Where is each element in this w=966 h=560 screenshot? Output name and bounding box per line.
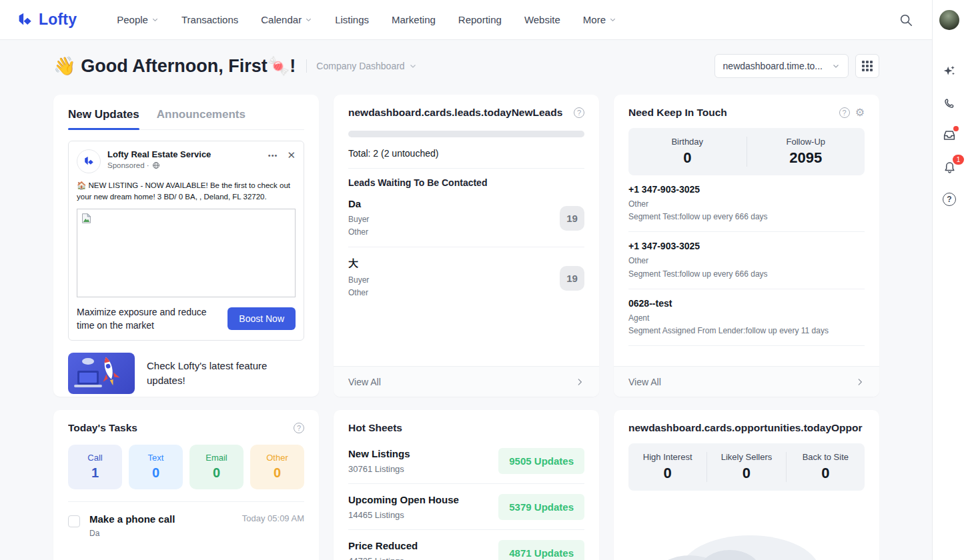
nav-item-reporting[interactable]: Reporting	[458, 14, 502, 25]
search-button[interactable]	[899, 13, 913, 27]
contact-type: Other	[628, 255, 865, 267]
stat-high-interest[interactable]: High Interest 0	[628, 452, 706, 482]
lofty-logo-icon	[16, 11, 33, 29]
chevron-down-icon	[609, 16, 616, 23]
feature-rocket-image	[68, 353, 135, 394]
task-checkbox[interactable]	[68, 515, 80, 527]
updates-pill[interactable]: 4871 Updates	[498, 540, 584, 560]
advertiser-name: Lofty Real Estate Service	[107, 149, 211, 159]
chevron-down-icon	[832, 62, 840, 70]
tile-call[interactable]: Call 1	[68, 445, 122, 489]
tab-new-updates[interactable]: New Updates	[68, 108, 139, 129]
stat-follow-up[interactable]: Follow-Up 2095	[747, 137, 865, 167]
opportunities-stats: High Interest 0 Likely Sellers 0 Back to…	[628, 443, 865, 491]
time-range-selector[interactable]: newdashboard.time.to...	[714, 54, 849, 78]
updates-pill[interactable]: 9505 Updates	[498, 448, 584, 474]
greeting-title: 👋 Good Afternoon, First🍬!	[53, 55, 296, 77]
time-range-value: newdashboard.time.to...	[723, 61, 823, 71]
updates-pill[interactable]: 5379 Updates	[498, 494, 584, 520]
inbox-unread-dot	[953, 126, 959, 131]
sponsored-label: Sponsored ·	[107, 161, 149, 169]
help-button[interactable]: ?	[941, 191, 957, 207]
stat-value: 2095	[747, 149, 865, 167]
boost-now-button[interactable]: Boost Now	[227, 307, 296, 330]
ai-assistant-button[interactable]	[941, 63, 957, 79]
lead-count-badge: 19	[560, 206, 584, 231]
notifications-button[interactable]: 1	[941, 159, 957, 175]
contact-row[interactable]: 0628--test Agent Segment Assigned From L…	[628, 289, 865, 345]
lead-row[interactable]: 大 Buyer Other 19	[348, 247, 584, 307]
nav-label: Reporting	[458, 14, 502, 25]
stat-likely-sellers[interactable]: Likely Sellers 0	[706, 452, 785, 482]
nav-items: People Transactions Calendar Listings Ma…	[117, 14, 899, 25]
globe-icon	[152, 161, 160, 169]
dashboard-page: Lofty People Transactions Calendar Listi…	[0, 0, 966, 560]
card-layout-button[interactable]	[855, 54, 879, 78]
tile-other[interactable]: Other 0	[250, 445, 304, 489]
tile-email[interactable]: Email 0	[189, 445, 244, 489]
tasks-help-button[interactable]: ?	[294, 423, 304, 433]
nav-item-transactions[interactable]: Transactions	[181, 14, 238, 25]
leads-view-all[interactable]: View All	[334, 366, 599, 397]
leads-progress-bar	[348, 131, 584, 137]
task-contact: Da	[89, 529, 175, 538]
tile-label: Call	[68, 453, 122, 463]
task-time: Today 05:09 AM	[242, 513, 304, 523]
task-title[interactable]: Make a phone call	[89, 513, 175, 525]
kit-help-button[interactable]: ?	[839, 107, 850, 118]
nav-item-listings[interactable]: Listings	[335, 14, 369, 25]
nav-item-website[interactable]: Website	[524, 14, 560, 25]
nav-item-more[interactable]: More	[583, 14, 616, 25]
chevron-down-icon	[305, 16, 312, 23]
hot-sheet-count: 44725 Listings	[348, 556, 418, 560]
nav-item-people[interactable]: People	[117, 14, 159, 25]
divider	[348, 168, 584, 169]
lofty-logo[interactable]: Lofty	[16, 11, 77, 29]
dashboard-selector-label: Company Dashboard	[316, 61, 404, 71]
hot-sheet-row[interactable]: Price Reduced 44725 Listings 4871 Update…	[348, 530, 584, 560]
lead-row[interactable]: Da Buyer Other 19	[348, 188, 584, 247]
kit-settings-button[interactable]: ⚙	[855, 107, 865, 118]
broken-image-icon	[81, 213, 92, 224]
contact-segment: Segment Test:follow up every 666 days	[628, 268, 865, 281]
contact-row[interactable]: +1 347-903-3025 Other Segment Test:follo…	[628, 175, 865, 232]
card-new-updates: New Updates Announcements	[53, 95, 319, 397]
right-rail: 1 ?	[932, 0, 966, 560]
ad-menu-button[interactable]: •••	[268, 153, 278, 158]
lead-source: Other	[348, 287, 369, 299]
view-all-label: View All	[348, 377, 381, 387]
leads-help-button[interactable]: ?	[574, 107, 584, 118]
nav-item-calendar[interactable]: Calendar	[261, 14, 312, 25]
nav-item-marketing[interactable]: Marketing	[392, 14, 436, 25]
card-today-new-leads: newdashboard.cards.leads.todayNewLeads ?…	[334, 95, 599, 397]
chevron-down-icon	[409, 62, 417, 70]
phone-icon	[943, 97, 957, 111]
help-icon: ?	[574, 107, 584, 118]
feature-updates-banner[interactable]: Check Lofty's latest feature updates!	[68, 353, 304, 394]
opportunities-title: newdashboard.cards.opportunities.todayOp…	[628, 422, 865, 434]
notification-badge: 1	[953, 155, 964, 165]
tasks-card-title: Today's Tasks	[68, 422, 288, 434]
hot-sheet-count: 30761 Listings	[348, 464, 410, 474]
contact-name: +1 347-903-3025	[628, 241, 865, 251]
stat-back-to-site[interactable]: Back to Site 0	[786, 452, 865, 482]
dashboard-selector[interactable]: Company Dashboard	[316, 61, 416, 71]
ad-close-button[interactable]: ✕	[287, 149, 296, 161]
hot-sheet-row[interactable]: New Listings 30761 Listings 9505 Updates	[348, 438, 584, 484]
avatar[interactable]	[939, 10, 959, 30]
stat-birthday[interactable]: Birthday 0	[628, 137, 747, 167]
kit-card-title: Need Keep In Touch	[628, 107, 834, 119]
contact-type: Other	[628, 198, 865, 211]
lead-type: Buyer	[348, 274, 369, 287]
tab-announcements[interactable]: Announcements	[157, 108, 246, 129]
stat-label: Likely Sellers	[707, 452, 785, 462]
nav-label: More	[583, 14, 606, 25]
kit-view-all[interactable]: View All	[614, 366, 879, 397]
tile-text[interactable]: Text 0	[129, 445, 183, 489]
dialer-button[interactable]	[941, 95, 957, 111]
hot-sheet-row[interactable]: Upcoming Open House 14465 Listings 5379 …	[348, 484, 584, 530]
lead-type: Buyer	[348, 213, 369, 226]
contact-row[interactable]: +1 347-903-3025 Other Segment Test:follo…	[628, 232, 865, 289]
inbox-button[interactable]	[941, 127, 957, 143]
gear-icon: ⚙	[855, 107, 865, 118]
